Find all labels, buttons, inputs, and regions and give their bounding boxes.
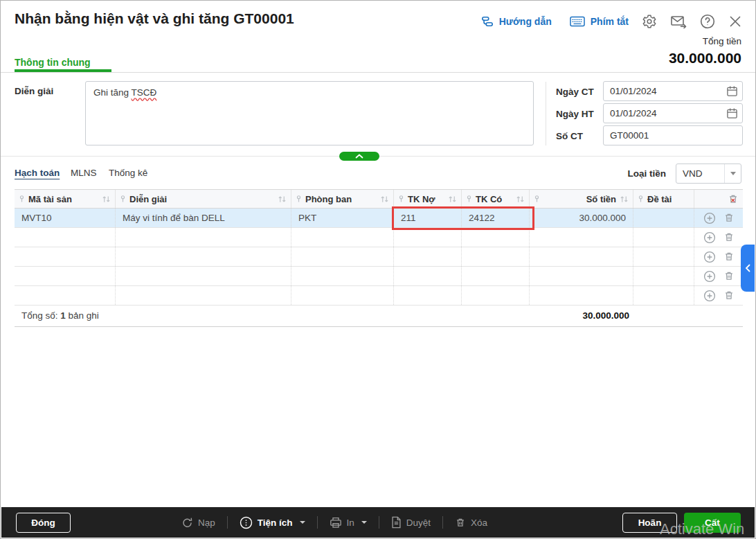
table-row-empty [15,286,743,306]
chevron-left-icon [745,264,750,272]
pin-icon[interactable] [534,194,540,204]
toolbar-divider [227,516,228,529]
close-button[interactable]: Đóng [16,513,71,533]
cell-asset-code[interactable] [15,267,116,285]
sort-icon [278,195,287,203]
cell-topic[interactable] [633,247,694,266]
delete-row-icon[interactable] [723,212,735,224]
cell-department[interactable] [291,286,394,305]
cell-asset-code[interactable] [15,247,116,266]
cell-amount[interactable] [530,228,633,247]
add-row-icon[interactable] [703,251,716,263]
pin-icon[interactable] [398,194,404,204]
pin-icon[interactable] [296,194,302,204]
cell-department[interactable] [291,247,394,266]
cell-debit-account[interactable] [394,228,462,247]
delete-row-icon[interactable] [723,290,735,301]
help-button[interactable] [700,14,715,29]
reload-button[interactable]: Nạp [181,517,215,529]
settings-button[interactable] [642,14,657,29]
utilities-button[interactable]: Tiện ích [240,516,305,529]
cell-credit-account[interactable] [462,247,530,266]
chevron-up-icon [355,154,363,159]
cell-asset-code[interactable]: MVT10 [15,209,116,227]
col-header-credit-account[interactable]: TK Có [462,190,530,208]
cell-amount[interactable] [530,286,633,305]
toolbar-divider [442,516,443,529]
delete-row-icon[interactable] [723,270,735,282]
document-icon [391,516,402,529]
approve-label: Duyệt [406,518,431,528]
collapse-panel-button[interactable] [339,152,379,161]
cell-department[interactable]: PKT [291,209,394,227]
pin-icon[interactable] [120,194,126,204]
add-row-icon[interactable] [703,290,716,302]
sort-icon [102,195,111,203]
cell-debit-account[interactable] [394,247,462,266]
col-header-description[interactable]: Diễn giải [116,190,291,208]
cell-description[interactable] [116,228,291,247]
approve-button[interactable]: Duyệt [391,516,431,529]
cell-credit-account[interactable] [462,267,530,285]
add-row-icon[interactable] [703,270,716,283]
description-label: Diễn giải [15,86,53,96]
pin-icon[interactable] [466,194,472,204]
print-button[interactable]: In [330,517,367,529]
cell-topic[interactable] [633,228,694,247]
cell-department[interactable] [291,267,394,285]
col-header-amount[interactable]: Số tiền [530,190,633,208]
close-dialog-button[interactable] [728,15,742,28]
col-header-debit-account[interactable]: TK Nợ [394,190,462,208]
posting-date-input[interactable] [603,103,743,123]
col-header-label: Phòng ban [305,194,377,204]
col-header-asset-code[interactable]: Mã tài sản [15,190,116,208]
cell-department[interactable] [291,228,394,247]
cell-amount[interactable] [530,247,633,266]
cell-description[interactable] [116,286,291,305]
add-row-icon[interactable] [703,231,716,244]
cell-topic[interactable] [633,209,694,227]
shortcut-link[interactable]: Phím tắt [570,16,629,27]
pin-icon[interactable] [19,194,25,204]
cell-credit-account[interactable] [462,286,530,305]
calendar-icon[interactable] [726,107,738,119]
col-header-department[interactable]: Phòng ban [291,190,394,208]
cell-credit-account[interactable] [462,228,530,247]
delete-button[interactable]: Xóa [455,517,487,529]
cell-debit-account[interactable]: 211 [394,209,462,227]
pin-icon[interactable] [638,194,644,204]
tab-mlns[interactable]: MLNS [71,168,97,178]
guide-link[interactable]: Hướng dẫn [481,15,552,28]
feedback-button[interactable] [670,15,687,28]
page-title: Nhận bằng hiện vật và ghi tăng GT00001 [15,10,294,27]
doc-date-input[interactable] [603,81,743,101]
cell-asset-code[interactable] [15,228,116,247]
add-row-icon[interactable] [703,212,716,224]
chevron-down-icon [300,521,305,524]
delete-row-icon[interactable] [723,251,735,263]
cell-description[interactable] [116,247,291,266]
cell-credit-account[interactable]: 24122 [462,209,530,227]
doc-no-input[interactable] [603,125,743,145]
tab-thong-ke[interactable]: Thống kê [109,168,147,178]
delete-row-icon[interactable] [723,231,735,243]
delete-all-rows-icon[interactable]: ✕ [728,193,739,205]
cell-amount[interactable] [530,267,633,285]
col-header-topic[interactable]: Đề tài [633,190,694,208]
cell-amount[interactable]: 30.000.000 [530,209,633,227]
calendar-icon[interactable] [726,85,738,97]
cell-topic[interactable] [633,267,694,285]
trash-icon [455,517,466,529]
cell-debit-account[interactable] [394,286,462,305]
cell-topic[interactable] [633,286,694,305]
cell-debit-account[interactable] [394,267,462,285]
cell-asset-code[interactable] [15,286,116,305]
side-panel-toggle[interactable] [741,245,755,292]
tab-general-info[interactable]: Thông tin chung [15,57,91,68]
tab-hach-toan[interactable]: Hạch toán [15,168,60,178]
cell-description[interactable] [116,267,291,285]
cell-description[interactable]: Máy vi tính để bàn DELL [116,209,291,227]
currency-caret-box[interactable] [724,164,741,183]
description-input[interactable]: Ghi tăng TSCĐ [85,81,534,145]
currency-select[interactable]: VND [676,164,741,184]
